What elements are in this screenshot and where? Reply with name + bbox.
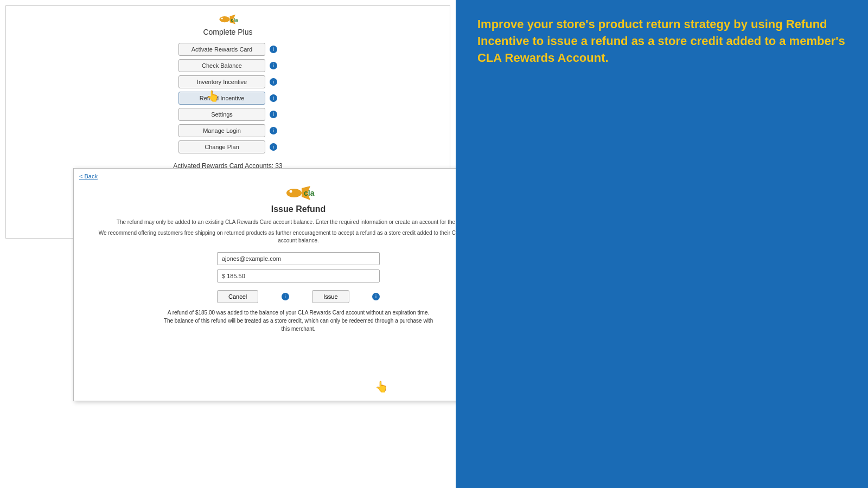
- info-dot-5[interactable]: i: [270, 127, 277, 134]
- refund-desc1: The refund may only be added to an exist…: [90, 219, 507, 226]
- menu-logo: cla: [216, 14, 240, 25]
- tagline-text: Improve your store's product return stra…: [477, 16, 846, 66]
- menu-row-2: Inventory Incentive i: [178, 75, 277, 88]
- email-input[interactable]: [217, 252, 380, 265]
- amount-input[interactable]: [217, 269, 380, 282]
- activate-rewards-button[interactable]: Activate Rewards Card: [178, 43, 265, 56]
- svg-point-4: [286, 189, 302, 197]
- info-dot-6[interactable]: i: [270, 143, 277, 151]
- svg-text:cla: cla: [304, 189, 315, 197]
- info-dot-4[interactable]: i: [270, 111, 277, 118]
- svg-text:cla: cla: [231, 17, 238, 23]
- refund-actions: Cancel i Issue i: [217, 290, 380, 303]
- svg-point-6: [290, 190, 292, 193]
- svg-point-2: [221, 17, 223, 19]
- refund-desc2: We recommend offering customers free shi…: [90, 229, 507, 245]
- manage-login-button[interactable]: Manage Login: [178, 124, 265, 137]
- refund-logo-icon: cla: [282, 185, 315, 201]
- menu-title: Complete Plus: [203, 28, 252, 36]
- inventory-incentive-button[interactable]: Inventory Incentive: [178, 75, 265, 88]
- cancel-info-dot[interactable]: i: [282, 293, 289, 300]
- back-link[interactable]: < Back: [79, 173, 98, 179]
- settings-button[interactable]: Settings: [178, 108, 265, 121]
- cla-logo-icon: cla: [216, 14, 238, 25]
- menu-row-0: Activate Rewards Card i: [178, 43, 277, 56]
- info-dot-3[interactable]: i: [270, 94, 277, 102]
- issue-button[interactable]: Issue: [312, 290, 349, 303]
- menu-row-3: Refund Incentive i: [178, 92, 277, 105]
- info-dot-0[interactable]: i: [270, 46, 277, 53]
- refund-incentive-button[interactable]: Refund Incentive: [178, 92, 265, 105]
- info-dot-2[interactable]: i: [270, 78, 277, 86]
- issue-info-dot[interactable]: i: [372, 293, 380, 300]
- refund-title: Issue Refund: [90, 204, 507, 214]
- cancel-button[interactable]: Cancel: [217, 290, 258, 303]
- info-dot-1[interactable]: i: [270, 62, 277, 69]
- refund-logo: cla: [90, 185, 507, 201]
- right-panel: Improve your store's product return stra…: [456, 0, 868, 488]
- menu-row-1: Check Balance i: [178, 59, 277, 72]
- menu-row-4: Settings i: [178, 108, 277, 121]
- cursor-icon: 👆: [375, 380, 388, 393]
- menu-row-5: Manage Login i: [178, 124, 277, 137]
- refund-success-message: A refund of $185.00 was added to the bal…: [163, 309, 434, 333]
- svg-point-0: [219, 16, 229, 22]
- menu-row-6: Change Plan i: [178, 140, 277, 153]
- change-plan-button[interactable]: Change Plan: [178, 140, 265, 153]
- check-balance-button[interactable]: Check Balance: [178, 59, 265, 72]
